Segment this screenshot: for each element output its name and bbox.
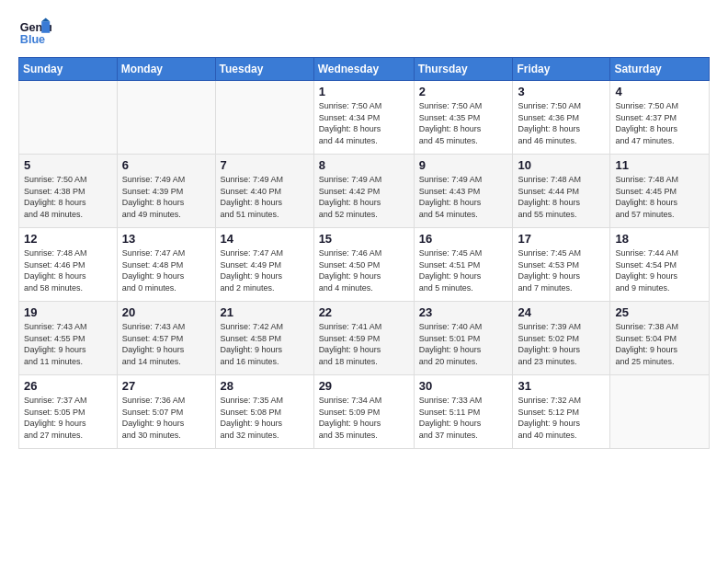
day-number: 21 bbox=[221, 305, 309, 319]
header: General Blue bbox=[18, 15, 710, 48]
calendar-day-20: 20Sunrise: 7:43 AM Sunset: 4:57 PM Dayli… bbox=[117, 302, 215, 375]
day-number: 5 bbox=[24, 158, 112, 172]
day-info: Sunrise: 7:34 AM Sunset: 5:09 PM Dayligh… bbox=[319, 395, 409, 441]
day-number: 23 bbox=[419, 305, 508, 319]
day-header-monday: Monday bbox=[117, 58, 215, 81]
day-number: 1 bbox=[319, 85, 409, 98]
logo: General Blue bbox=[18, 15, 51, 48]
day-number: 26 bbox=[24, 379, 112, 393]
calendar-day-21: 21Sunrise: 7:42 AM Sunset: 4:58 PM Dayli… bbox=[215, 302, 313, 375]
day-number: 31 bbox=[518, 379, 605, 393]
calendar-day-13: 13Sunrise: 7:47 AM Sunset: 4:48 PM Dayli… bbox=[117, 228, 215, 302]
calendar-day-18: 18Sunrise: 7:44 AM Sunset: 4:54 PM Dayli… bbox=[610, 228, 710, 302]
calendar-day-3: 3Sunrise: 7:50 AM Sunset: 4:36 PM Daylig… bbox=[513, 81, 610, 155]
day-number: 28 bbox=[221, 379, 309, 393]
calendar-day-10: 10Sunrise: 7:48 AM Sunset: 4:44 PM Dayli… bbox=[513, 155, 610, 228]
calendar-day-17: 17Sunrise: 7:45 AM Sunset: 4:53 PM Dayli… bbox=[513, 228, 610, 302]
day-number: 6 bbox=[122, 158, 210, 172]
calendar-day-19: 19Sunrise: 7:43 AM Sunset: 4:55 PM Dayli… bbox=[19, 302, 118, 375]
calendar-day-empty bbox=[117, 81, 215, 155]
day-info: Sunrise: 7:42 AM Sunset: 4:58 PM Dayligh… bbox=[221, 321, 309, 367]
calendar-day-5: 5Sunrise: 7:50 AM Sunset: 4:38 PM Daylig… bbox=[19, 155, 118, 228]
day-number: 14 bbox=[221, 232, 309, 246]
calendar-day-empty bbox=[19, 81, 118, 155]
day-header-thursday: Thursday bbox=[414, 58, 513, 81]
day-number: 17 bbox=[518, 232, 605, 246]
calendar-day-29: 29Sunrise: 7:34 AM Sunset: 5:09 PM Dayli… bbox=[313, 375, 414, 449]
day-info: Sunrise: 7:50 AM Sunset: 4:38 PM Dayligh… bbox=[24, 174, 112, 220]
day-header-friday: Friday bbox=[513, 58, 610, 81]
day-header-saturday: Saturday bbox=[610, 58, 710, 81]
day-number: 4 bbox=[615, 85, 704, 98]
day-number: 2 bbox=[419, 85, 508, 98]
calendar-day-26: 26Sunrise: 7:37 AM Sunset: 5:05 PM Dayli… bbox=[19, 375, 118, 449]
calendar-week-3: 12Sunrise: 7:48 AM Sunset: 4:46 PM Dayli… bbox=[19, 228, 710, 302]
day-info: Sunrise: 7:50 AM Sunset: 4:36 PM Dayligh… bbox=[518, 100, 605, 146]
day-info: Sunrise: 7:44 AM Sunset: 4:54 PM Dayligh… bbox=[615, 247, 704, 293]
calendar-day-30: 30Sunrise: 7:33 AM Sunset: 5:11 PM Dayli… bbox=[414, 375, 513, 449]
day-info: Sunrise: 7:45 AM Sunset: 4:53 PM Dayligh… bbox=[518, 247, 605, 293]
calendar-day-8: 8Sunrise: 7:49 AM Sunset: 4:42 PM Daylig… bbox=[313, 155, 414, 228]
day-number: 24 bbox=[518, 305, 605, 319]
calendar-day-22: 22Sunrise: 7:41 AM Sunset: 4:59 PM Dayli… bbox=[313, 302, 414, 375]
day-number: 9 bbox=[419, 158, 508, 172]
day-number: 8 bbox=[319, 158, 409, 172]
day-number: 10 bbox=[518, 158, 605, 172]
day-header-sunday: Sunday bbox=[19, 58, 118, 81]
calendar-day-25: 25Sunrise: 7:38 AM Sunset: 5:04 PM Dayli… bbox=[610, 302, 710, 375]
calendar-day-27: 27Sunrise: 7:36 AM Sunset: 5:07 PM Dayli… bbox=[117, 375, 215, 449]
svg-text:Blue: Blue bbox=[20, 33, 45, 46]
day-info: Sunrise: 7:40 AM Sunset: 5:01 PM Dayligh… bbox=[419, 321, 508, 367]
day-info: Sunrise: 7:46 AM Sunset: 4:50 PM Dayligh… bbox=[319, 247, 409, 293]
svg-marker-2 bbox=[41, 21, 50, 33]
day-info: Sunrise: 7:35 AM Sunset: 5:08 PM Dayligh… bbox=[221, 395, 309, 441]
day-number: 3 bbox=[518, 85, 605, 98]
day-number: 27 bbox=[122, 379, 210, 393]
day-number: 25 bbox=[615, 305, 704, 319]
day-info: Sunrise: 7:49 AM Sunset: 4:39 PM Dayligh… bbox=[122, 174, 210, 220]
day-number: 12 bbox=[24, 232, 112, 246]
calendar-day-4: 4Sunrise: 7:50 AM Sunset: 4:37 PM Daylig… bbox=[610, 81, 710, 155]
calendar-day-31: 31Sunrise: 7:32 AM Sunset: 5:12 PM Dayli… bbox=[513, 375, 610, 449]
day-info: Sunrise: 7:38 AM Sunset: 5:04 PM Dayligh… bbox=[615, 321, 704, 367]
day-info: Sunrise: 7:48 AM Sunset: 4:44 PM Dayligh… bbox=[518, 174, 605, 220]
calendar-day-empty bbox=[215, 81, 313, 155]
day-info: Sunrise: 7:41 AM Sunset: 4:59 PM Dayligh… bbox=[319, 321, 409, 367]
day-header-tuesday: Tuesday bbox=[215, 58, 313, 81]
calendar-day-28: 28Sunrise: 7:35 AM Sunset: 5:08 PM Dayli… bbox=[215, 375, 313, 449]
day-number: 13 bbox=[122, 232, 210, 246]
day-number: 7 bbox=[221, 158, 309, 172]
day-info: Sunrise: 7:50 AM Sunset: 4:34 PM Dayligh… bbox=[319, 100, 409, 146]
day-info: Sunrise: 7:39 AM Sunset: 5:02 PM Dayligh… bbox=[518, 321, 605, 367]
calendar-day-empty bbox=[610, 375, 710, 449]
day-info: Sunrise: 7:49 AM Sunset: 4:42 PM Dayligh… bbox=[319, 174, 409, 220]
day-info: Sunrise: 7:50 AM Sunset: 4:37 PM Dayligh… bbox=[615, 100, 704, 146]
day-info: Sunrise: 7:49 AM Sunset: 4:43 PM Dayligh… bbox=[419, 174, 508, 220]
day-info: Sunrise: 7:48 AM Sunset: 4:45 PM Dayligh… bbox=[615, 174, 704, 220]
calendar-day-9: 9Sunrise: 7:49 AM Sunset: 4:43 PM Daylig… bbox=[414, 155, 513, 228]
day-number: 30 bbox=[419, 379, 508, 393]
calendar-week-4: 19Sunrise: 7:43 AM Sunset: 4:55 PM Dayli… bbox=[19, 302, 710, 375]
calendar-day-16: 16Sunrise: 7:45 AM Sunset: 4:51 PM Dayli… bbox=[414, 228, 513, 302]
day-number: 15 bbox=[319, 232, 409, 246]
calendar-day-12: 12Sunrise: 7:48 AM Sunset: 4:46 PM Dayli… bbox=[19, 228, 118, 302]
calendar-week-1: 1Sunrise: 7:50 AM Sunset: 4:34 PM Daylig… bbox=[19, 81, 710, 155]
day-info: Sunrise: 7:33 AM Sunset: 5:11 PM Dayligh… bbox=[419, 395, 508, 441]
svg-marker-3 bbox=[41, 18, 50, 22]
calendar-day-24: 24Sunrise: 7:39 AM Sunset: 5:02 PM Dayli… bbox=[513, 302, 610, 375]
calendar-day-23: 23Sunrise: 7:40 AM Sunset: 5:01 PM Dayli… bbox=[414, 302, 513, 375]
page: General Blue SundayMondayTuesdayWednesda… bbox=[0, 0, 728, 563]
day-header-wednesday: Wednesday bbox=[313, 58, 414, 81]
day-info: Sunrise: 7:47 AM Sunset: 4:48 PM Dayligh… bbox=[122, 247, 210, 293]
calendar-day-11: 11Sunrise: 7:48 AM Sunset: 4:45 PM Dayli… bbox=[610, 155, 710, 228]
day-info: Sunrise: 7:50 AM Sunset: 4:35 PM Dayligh… bbox=[419, 100, 508, 146]
day-number: 18 bbox=[615, 232, 704, 246]
day-info: Sunrise: 7:49 AM Sunset: 4:40 PM Dayligh… bbox=[221, 174, 309, 220]
calendar-day-7: 7Sunrise: 7:49 AM Sunset: 4:40 PM Daylig… bbox=[215, 155, 313, 228]
day-info: Sunrise: 7:43 AM Sunset: 4:55 PM Dayligh… bbox=[24, 321, 112, 367]
day-info: Sunrise: 7:37 AM Sunset: 5:05 PM Dayligh… bbox=[24, 395, 112, 441]
day-number: 20 bbox=[122, 305, 210, 319]
calendar-week-2: 5Sunrise: 7:50 AM Sunset: 4:38 PM Daylig… bbox=[19, 155, 710, 228]
calendar-table: SundayMondayTuesdayWednesdayThursdayFrid… bbox=[18, 57, 710, 449]
calendar-day-14: 14Sunrise: 7:47 AM Sunset: 4:49 PM Dayli… bbox=[215, 228, 313, 302]
